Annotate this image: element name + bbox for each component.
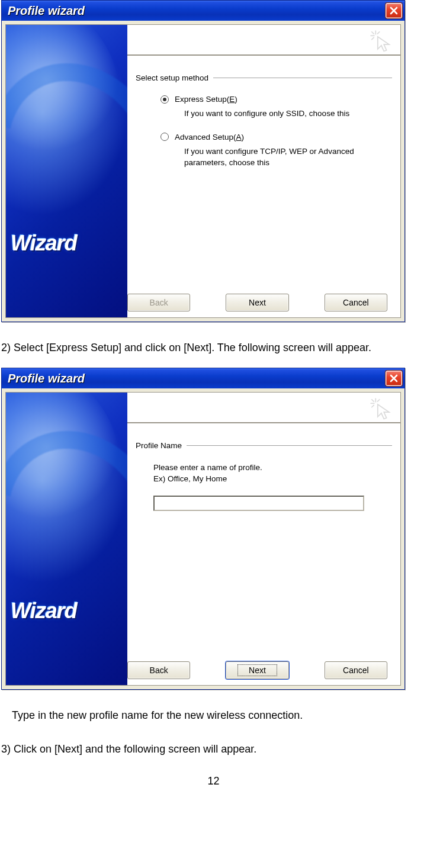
divider <box>127 54 400 56</box>
svg-line-8 <box>377 399 380 401</box>
titlebar: Profile wizard <box>2 368 404 388</box>
radio-label: Express Setup(E) <box>175 95 237 104</box>
instruction-step-3: 3) Click on [Next] and the following scr… <box>1 741 426 757</box>
window-title: Profile wizard <box>8 4 386 18</box>
radio-express-desc: If you want to configure only SSID, choo… <box>184 108 389 120</box>
cancel-button[interactable]: Cancel <box>325 294 387 311</box>
profile-name-instruction: Please enter a name of profile. Ex) Offi… <box>153 462 383 485</box>
radio-advanced-setup[interactable]: Advanced Setup(A) <box>160 133 389 142</box>
close-button[interactable] <box>386 3 402 18</box>
wizard-dialog-setup-method: Profile wizard Wizard <box>1 0 405 322</box>
wizard-side-panel: Wizard <box>6 393 127 685</box>
svg-line-9 <box>371 405 374 407</box>
wizard-side-panel: Wizard <box>6 25 127 317</box>
svg-line-7 <box>371 399 374 401</box>
cancel-button[interactable]: Cancel <box>325 661 387 679</box>
radio-advanced-desc: If you want configure TCP/IP, WEP or Adv… <box>184 146 389 169</box>
close-icon <box>389 374 399 383</box>
page-number: 12 <box>1 775 426 787</box>
section-header: Profile Name <box>136 441 392 450</box>
radio-express-setup[interactable]: Express Setup(E) <box>160 95 389 104</box>
svg-line-4 <box>371 37 374 40</box>
next-button[interactable]: Next <box>226 661 288 679</box>
instruction-type-in: Type in the new profile name for the new… <box>1 708 426 724</box>
radio-icon <box>160 133 169 141</box>
close-icon <box>389 6 399 15</box>
wizard-brand-label: Wizard <box>11 231 77 256</box>
profile-name-input[interactable] <box>153 496 364 511</box>
window-title: Profile wizard <box>8 372 386 385</box>
wizard-dialog-profile-name: Profile wizard Wizard <box>1 368 405 690</box>
back-button[interactable]: Back <box>127 661 190 679</box>
radio-icon <box>160 95 169 104</box>
instruction-step-2: 2) Select [Express Setup] and click on [… <box>1 340 426 356</box>
cursor-burst-icon <box>368 396 393 421</box>
close-button[interactable] <box>386 371 402 386</box>
section-label: Select setup method <box>136 73 208 82</box>
divider <box>127 422 400 424</box>
back-button: Back <box>127 294 190 311</box>
wizard-brand-label: Wizard <box>11 599 77 623</box>
next-button[interactable]: Next <box>226 294 288 311</box>
radio-label: Advanced Setup(A) <box>175 133 244 142</box>
cursor-burst-icon <box>368 28 393 53</box>
section-header: Select setup method <box>136 73 392 82</box>
svg-line-3 <box>377 31 380 34</box>
svg-line-2 <box>371 31 374 34</box>
titlebar: Profile wizard <box>2 1 404 21</box>
section-label: Profile Name <box>136 441 182 450</box>
